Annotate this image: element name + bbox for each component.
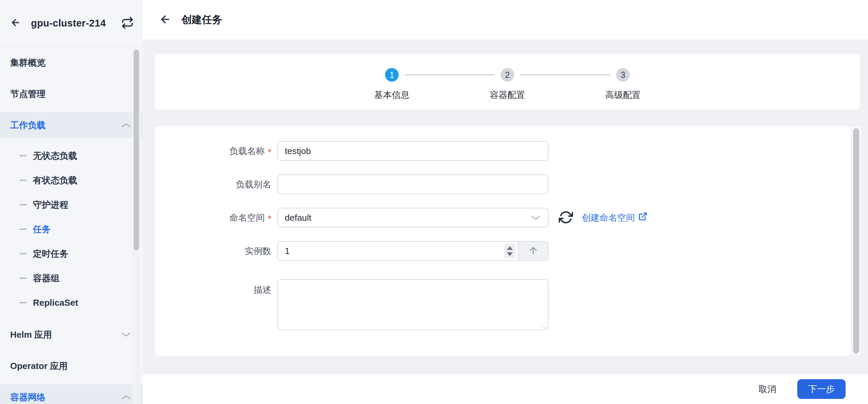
sidebar-item-node-management[interactable]: 节点管理 — [0, 78, 143, 110]
form-footer: 取消 下一步 — [143, 373, 868, 404]
step-connector — [404, 74, 495, 75]
replicas-stepper[interactable] — [504, 243, 516, 258]
workload-alias-input[interactable] — [277, 174, 549, 194]
content-scrollbar-thumb[interactable] — [853, 128, 859, 354]
step-2-label: 容器配置 — [490, 89, 525, 101]
back-arrow-icon — [10, 17, 21, 29]
create-namespace-link[interactable]: 创建命名空间 — [582, 212, 647, 224]
stepper: 1 2 3 — [155, 68, 860, 82]
dash-icon — [19, 204, 27, 205]
scale-up-button[interactable] — [519, 241, 549, 261]
content-area: 1 2 3 基本信息 容器配置 高级配置 负载名称 * — [143, 39, 868, 373]
basic-info-form-card: 负载名称 * 负载别名 命名空间 * — [155, 126, 851, 356]
sidebar: gpu-cluster-214 集群概览 节点管理 工作负载 无状态负载 — [0, 0, 143, 404]
page-back-button[interactable] — [159, 14, 171, 26]
replicas-label: 实例数 — [155, 245, 277, 257]
description-label: 描述 — [155, 279, 277, 296]
form-row-alias: 负载别名 — [155, 174, 851, 194]
page-title: 创建任务 — [181, 13, 222, 27]
sidebar-item-replicaset[interactable]: ReplicaSet — [0, 290, 143, 315]
namespace-actions: 创建命名空间 — [559, 210, 647, 225]
workload-name-input[interactable] — [277, 141, 549, 161]
replicas-input[interactable] — [277, 241, 519, 261]
refresh-icon — [559, 210, 573, 225]
step-3-circle: 3 — [616, 68, 630, 82]
sidebar-back-button[interactable] — [10, 17, 21, 29]
description-textarea[interactable] — [277, 279, 549, 330]
switch-cluster-icon — [121, 16, 134, 30]
sidebar-item-workloads[interactable]: 工作负载 — [0, 110, 143, 141]
alias-label: 负载别名 — [155, 179, 277, 190]
form-row-name: 负载名称 * — [155, 141, 851, 161]
dash-icon — [19, 302, 27, 303]
switch-cluster-button[interactable] — [121, 16, 134, 30]
sidebar-item-pods[interactable]: 容器组 — [0, 266, 143, 290]
sidebar-scrollbar-thumb[interactable] — [134, 50, 139, 250]
cancel-button[interactable]: 取消 — [757, 383, 778, 395]
form-row-namespace: 命名空间 * default — [155, 208, 851, 228]
cluster-name: gpu-cluster-214 — [31, 18, 121, 29]
external-link-icon — [638, 212, 647, 223]
refresh-namespaces-button[interactable] — [559, 210, 573, 225]
sidebar-item-cluster-overview[interactable]: 集群概览 — [0, 47, 143, 78]
dash-icon — [19, 229, 27, 230]
sidebar-item-cronjobs[interactable]: 定时任务 — [0, 241, 143, 266]
name-label: 负载名称 * — [155, 145, 277, 157]
sidebar-scrollbar[interactable] — [133, 48, 140, 404]
step-1-label: 基本信息 — [374, 89, 410, 101]
sidebar-item-daemonsets[interactable]: 守护进程 — [0, 192, 143, 217]
chevron-down-icon — [531, 215, 540, 220]
sidebar-item-statefulsets[interactable]: 有状态负载 — [0, 168, 143, 192]
form-row-description: 描述 — [155, 279, 851, 332]
chevron-up-icon — [121, 122, 131, 128]
chevron-down-icon — [121, 332, 131, 338]
page-header: 创建任务 — [143, 0, 868, 39]
sidebar-item-helm-apps[interactable]: Helm 应用 — [0, 319, 143, 350]
step-1-circle: 1 — [385, 68, 399, 82]
workloads-subgroup: 无状态负载 有状态负载 守护进程 任务 定时任务 容器组 — [0, 141, 143, 315]
sidebar-header: gpu-cluster-214 — [0, 0, 143, 47]
dash-icon — [19, 180, 27, 181]
required-asterisk: * — [268, 214, 271, 224]
sidebar-item-jobs[interactable]: 任务 — [0, 217, 143, 241]
required-asterisk: * — [268, 147, 271, 157]
namespace-select[interactable]: default — [277, 208, 549, 228]
stepper-card: 1 2 3 基本信息 容器配置 高级配置 — [155, 54, 860, 110]
sidebar-item-deployments[interactable]: 无状态负载 — [0, 144, 143, 168]
sidebar-item-operator-apps[interactable]: Operator 应用 — [0, 350, 143, 382]
dash-icon — [19, 277, 27, 279]
dash-icon — [19, 253, 27, 254]
next-step-button[interactable]: 下一步 — [797, 379, 846, 399]
sidebar-nav: 集群概览 节点管理 工作负载 无状态负载 有状态负载 守护进程 — [0, 47, 143, 404]
sidebar-item-container-network[interactable]: 容器网络 — [0, 382, 143, 404]
namespace-selected-value: default — [285, 213, 311, 223]
back-arrow-icon — [159, 14, 171, 26]
step-3-label: 高级配置 — [605, 89, 641, 101]
arrow-up-icon — [527, 245, 539, 258]
step-connector — [520, 74, 610, 75]
namespace-label: 命名空间 * — [155, 212, 277, 224]
stepper-down-icon[interactable] — [507, 252, 513, 256]
stepper-up-icon[interactable] — [507, 246, 513, 250]
step-2-circle: 2 — [501, 68, 514, 82]
chevron-up-icon — [121, 394, 131, 400]
replicas-input-group — [277, 241, 549, 261]
form-row-replicas: 实例数 — [155, 241, 851, 261]
main-area: 创建任务 1 2 3 基本信息 容器配置 高级配置 负载名称 * — [143, 0, 868, 404]
dash-icon — [19, 155, 27, 156]
